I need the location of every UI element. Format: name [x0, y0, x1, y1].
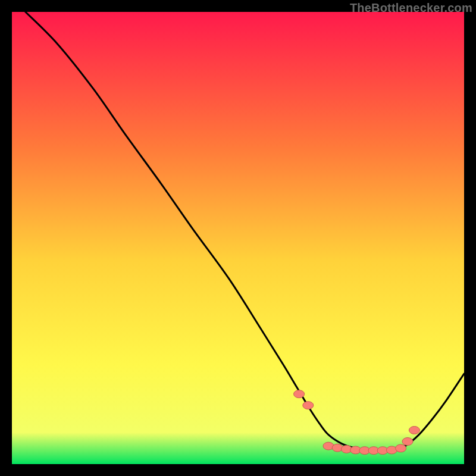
- gradient-background: [12, 12, 464, 464]
- curve-marker: [294, 390, 305, 398]
- plot-area: [12, 12, 464, 464]
- curve-marker: [409, 427, 419, 434]
- curve-marker: [396, 444, 406, 452]
- curve-marker: [303, 402, 314, 409]
- chart-frame: TheBottlenecker.com: [0, 0, 476, 476]
- curve-marker: [402, 438, 413, 446]
- bottleneck-curve-chart: [12, 12, 464, 464]
